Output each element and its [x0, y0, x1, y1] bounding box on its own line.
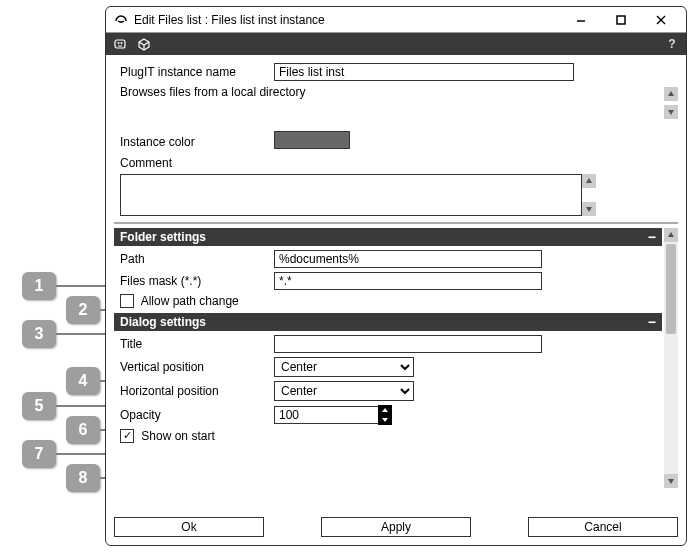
path-input[interactable]: [274, 250, 542, 268]
callout-8: 8: [66, 464, 100, 492]
vertical-position-label: Vertical position: [114, 360, 274, 374]
horizontal-position-label: Horizontal position: [114, 384, 274, 398]
titlebar: Edit Files list : Files list inst instan…: [106, 7, 686, 33]
dialog-settings-header[interactable]: Dialog settings −: [114, 313, 662, 331]
svg-rect-1: [617, 16, 625, 24]
settings-scrollbar[interactable]: [664, 228, 678, 488]
collapse-icon: −: [648, 232, 656, 242]
window-title: Edit Files list : Files list inst instan…: [134, 13, 558, 27]
comment-scrollbar[interactable]: [582, 174, 596, 216]
maximize-button[interactable]: [604, 10, 638, 30]
horizontal-position-select[interactable]: Center: [274, 381, 414, 401]
title-input[interactable]: [274, 335, 542, 353]
opacity-label: Opacity: [114, 408, 274, 422]
comment-label: Comment: [114, 156, 274, 170]
svg-marker-14: [668, 479, 674, 484]
toolbar: ?: [106, 33, 686, 55]
dialog-settings-header-label: Dialog settings: [120, 315, 648, 329]
callout-3: 3: [22, 320, 56, 348]
path-label: Path: [114, 252, 274, 266]
box-icon[interactable]: [136, 36, 152, 52]
files-mask-label: Files mask (*.*): [114, 274, 274, 288]
folder-settings-header-label: Folder settings: [120, 230, 648, 244]
svg-marker-9: [668, 91, 674, 96]
opacity-input[interactable]: [274, 406, 378, 424]
show-on-start-label: Show on start: [141, 429, 214, 443]
svg-marker-11: [586, 178, 592, 183]
svg-text:?: ?: [668, 37, 675, 51]
comment-input[interactable]: [120, 174, 582, 216]
instance-color-label: Instance color: [114, 135, 274, 149]
close-button[interactable]: [644, 10, 678, 30]
title-label: Title: [114, 337, 274, 351]
opacity-spinner[interactable]: [378, 405, 392, 425]
svg-marker-13: [668, 232, 674, 237]
vertical-position-select[interactable]: Center: [274, 357, 414, 377]
callout-1: 1: [22, 272, 56, 300]
instance-color-swatch[interactable]: [274, 131, 350, 149]
callout-2: 2: [66, 296, 100, 324]
cancel-button[interactable]: Cancel: [528, 517, 678, 537]
plugit-icon[interactable]: [112, 36, 128, 52]
svg-marker-15: [382, 408, 388, 412]
settings-panel: Folder settings − Path Files mask (*.*): [114, 228, 678, 488]
instance-section: PlugIT instance name Browses files from …: [114, 63, 678, 224]
help-icon[interactable]: ?: [664, 36, 680, 52]
instance-name-input[interactable]: [274, 63, 574, 81]
callout-7: 7: [22, 440, 56, 468]
callout-4: 4: [66, 367, 100, 395]
instance-name-label: PlugIT instance name: [114, 65, 274, 79]
button-bar: Ok Apply Cancel: [114, 517, 678, 539]
show-on-start-checkbox[interactable]: [120, 429, 134, 443]
svg-rect-4: [115, 40, 125, 48]
minimize-button[interactable]: [564, 10, 598, 30]
svg-marker-10: [668, 110, 674, 115]
callout-5: 5: [22, 392, 56, 420]
app-icon: [114, 13, 128, 27]
dialog-window: Edit Files list : Files list inst instan…: [105, 6, 687, 546]
svg-point-6: [121, 42, 123, 44]
description-scrollbar[interactable]: [664, 87, 678, 119]
allow-path-change-label: Allow path change: [141, 294, 239, 308]
instance-description: Browses files from a local directory: [114, 85, 678, 99]
folder-settings-header[interactable]: Folder settings −: [114, 228, 662, 246]
files-mask-input[interactable]: [274, 272, 542, 290]
allow-path-change-checkbox[interactable]: [120, 294, 134, 308]
svg-marker-12: [586, 207, 592, 212]
ok-button[interactable]: Ok: [114, 517, 264, 537]
svg-marker-16: [382, 418, 388, 422]
svg-point-5: [118, 42, 120, 44]
collapse-icon: −: [648, 317, 656, 327]
callout-6: 6: [66, 416, 100, 444]
apply-button[interactable]: Apply: [321, 517, 471, 537]
